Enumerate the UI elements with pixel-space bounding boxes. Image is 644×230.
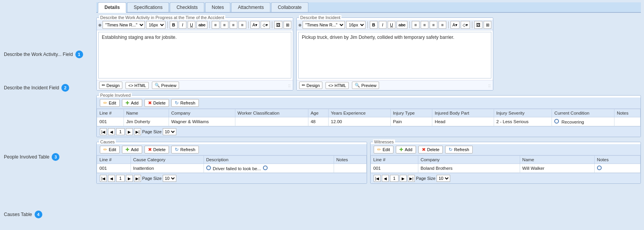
work-activity-content[interactable]: Establishing staging area for jobsite. [98, 32, 291, 78]
incident-title: Describe the Incident [299, 15, 341, 20]
delete-icon-3: ✖ [422, 147, 426, 152]
page-size-select-1[interactable]: 10 25 50 [163, 128, 176, 135]
work-activity-font-size[interactable]: 16px [146, 21, 165, 29]
incident-design-btn[interactable]: ✏ Design [299, 82, 322, 89]
causes-cell-category: Inattention [131, 164, 204, 173]
causes-delete-btn[interactable]: ✖ Delete [144, 146, 169, 153]
incident-table-btn[interactable]: ⊞ [484, 21, 491, 29]
witnesses-col-notes: Notes [594, 156, 640, 164]
page-first-btn-1[interactable]: |◀ [100, 128, 107, 135]
work-activity-footer: ✏ Design <> HTML 🔍 Preview :: [97, 80, 293, 90]
preview-icon: 🔍 [155, 83, 160, 88]
work-activity-table-btn[interactable]: ⊞ [284, 21, 291, 29]
work-activity-align-right-btn[interactable]: ≡ [230, 21, 237, 29]
page-size-label-2: Page Size [142, 176, 162, 181]
witnesses-cell-name: Will Walker [520, 164, 594, 173]
incident-align-right-btn[interactable]: ≡ [430, 21, 437, 29]
incident-font-size[interactable]: 16px [346, 21, 366, 29]
page-size-select-3[interactable]: 10 25 50 [437, 175, 450, 182]
page-input-3[interactable] [390, 175, 399, 182]
page-next-btn-1[interactable]: ▶ [126, 128, 133, 135]
toolbar-logo-1: ⊕ [98, 23, 101, 27]
pencil-icon-5: ✏ [377, 147, 381, 152]
incident-bold-btn[interactable]: B [370, 21, 378, 29]
work-activity-section: Describe the Work Activity in Progress a… [96, 15, 293, 91]
tab-collaborate[interactable]: Collaborate [271, 2, 308, 12]
toolbar-sep-8 [472, 21, 472, 28]
work-activity-preview-btn[interactable]: 🔍 Preview [152, 82, 179, 89]
incident-align-justify-btn[interactable]: ≡ [439, 21, 446, 29]
incident-image-btn[interactable]: 🖼 [474, 21, 482, 29]
page-next-btn-3[interactable]: ▶ [400, 175, 407, 182]
witnesses-add-btn[interactable]: ✚ Add [396, 146, 416, 153]
page-prev-btn-3[interactable]: ◀ [382, 175, 389, 182]
work-activity-underline-btn[interactable]: U [188, 21, 195, 29]
people-edit-btn[interactable]: ✏ Edit [100, 99, 120, 107]
page-input-1[interactable] [116, 128, 125, 135]
page-first-btn-2[interactable]: |◀ [100, 175, 107, 182]
work-activity-align-left-btn[interactable]: ≡ [212, 21, 219, 29]
page-last-btn-3[interactable]: ▶| [408, 175, 415, 182]
incident-preview-btn[interactable]: 🔍 Preview [352, 82, 379, 89]
people-involved-title: People Involved [99, 93, 132, 98]
work-activity-strikethrough-btn[interactable]: abc [197, 21, 207, 29]
work-activity-font-color-btn[interactable]: A▾ [251, 21, 259, 29]
work-activity-italic-btn[interactable]: I [179, 21, 186, 29]
incident-content[interactable]: Pickup truck, driven by Jim Doherty, col… [298, 32, 491, 78]
causes-add-btn[interactable]: ✚ Add [122, 146, 142, 153]
col-current-condition: Current Condition [552, 109, 614, 117]
work-activity-highlight-btn[interactable]: ◇▾ [261, 21, 270, 29]
work-activity-design-btn[interactable]: ✏ Design [99, 82, 122, 89]
work-activity-bold-btn[interactable]: B [170, 21, 178, 29]
incident-underline-btn[interactable]: U [388, 21, 395, 29]
incident-toolbar: ⊕ "Times New R..." 16px B I U abc ≡ ≡ ≡ [297, 20, 493, 30]
page-prev-btn-1[interactable]: ◀ [108, 128, 115, 135]
tab-details[interactable]: Details [98, 2, 126, 13]
work-activity-align-center-btn[interactable]: ≡ [221, 21, 228, 29]
page-next-btn-2[interactable]: ▶ [126, 175, 133, 182]
page-prev-btn-2[interactable]: ◀ [108, 175, 115, 182]
page-size-select-2[interactable]: 10 25 50 [163, 175, 176, 182]
page-last-btn-2[interactable]: ▶| [134, 175, 141, 182]
witnesses-delete-btn[interactable]: ✖ Delete [418, 146, 443, 153]
people-delete-btn[interactable]: ✖ Delete [144, 99, 169, 107]
work-activity-html-btn[interactable]: <> HTML [125, 82, 149, 89]
page-last-btn-1[interactable]: ▶| [134, 128, 141, 135]
incident-align-center-btn[interactable]: ≡ [421, 21, 428, 29]
add-icon-1: ✚ [125, 100, 129, 106]
annotation-1: Describe the Work Activity... Field 1 [4, 51, 92, 58]
incident-highlight-btn[interactable]: ◇▾ [461, 21, 470, 29]
col-injury-severity: Injury Severity [494, 109, 552, 117]
people-involved-toolbar: ✏ Edit ✚ Add ✖ Delete ↻ Refresh [97, 98, 641, 109]
col-worker-class: Worker Classification [235, 109, 308, 117]
work-activity-image-btn[interactable]: 🖼 [274, 21, 282, 29]
page-input-2[interactable] [116, 175, 125, 182]
incident-align-left-btn[interactable]: ≡ [412, 21, 419, 29]
tab-specifications[interactable]: Specifications [127, 2, 169, 12]
annotation-3-badge: 3 [52, 153, 59, 161]
page-first-btn-3[interactable]: |◀ [374, 175, 381, 182]
work-activity-title: Describe the Work Activity in Progress a… [99, 15, 225, 20]
causes-col-notes: Notes [334, 156, 366, 164]
incident-strikethrough-btn[interactable]: abc [397, 21, 407, 29]
pencil-icon-3: ✏ [103, 100, 107, 106]
causes-col-line: Line # [97, 156, 131, 164]
causes-table: Line # Cause Category Description Notes … [97, 155, 367, 173]
incident-font-color-btn[interactable]: A▾ [451, 21, 460, 29]
causes-col-category: Cause Category [131, 156, 204, 164]
causes-refresh-btn[interactable]: ↻ Refresh [171, 146, 199, 153]
causes-cell-notes [334, 164, 366, 173]
incident-html-btn[interactable]: <> HTML [325, 82, 349, 89]
work-activity-align-justify-btn[interactable]: ≡ [238, 21, 246, 29]
people-add-btn[interactable]: ✚ Add [122, 99, 142, 107]
work-activity-font-family[interactable]: "Times New R..." [103, 21, 145, 29]
tab-notes[interactable]: Notes [205, 2, 230, 12]
tab-attachments[interactable]: Attachments [231, 2, 270, 12]
people-refresh-btn[interactable]: ↻ Refresh [171, 99, 199, 107]
causes-edit-btn[interactable]: ✏ Edit [100, 146, 120, 153]
witnesses-edit-btn[interactable]: ✏ Edit [374, 146, 393, 153]
tab-checklists[interactable]: Checklists [170, 2, 204, 12]
incident-font-family[interactable]: "Times New R..." [303, 21, 345, 29]
incident-italic-btn[interactable]: I [379, 21, 386, 29]
witnesses-refresh-btn[interactable]: ↻ Refresh [445, 146, 473, 153]
